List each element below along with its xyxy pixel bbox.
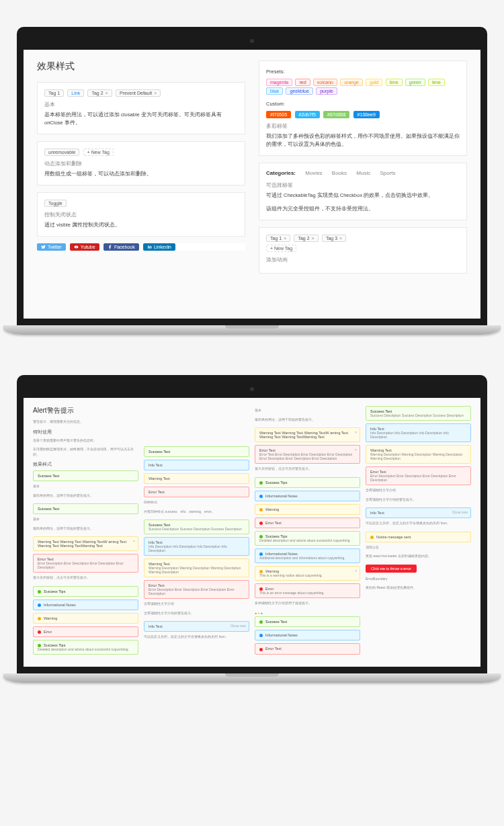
preset-gold[interactable]: gold bbox=[366, 79, 382, 86]
section-colors-title: 多彩标签 bbox=[266, 122, 460, 130]
cat-label: Categories: bbox=[266, 170, 296, 176]
c4-icon-title: 含有辅助性文字介绍 bbox=[366, 488, 471, 493]
c4-suc: Success TextSuccess Description Success … bbox=[366, 406, 471, 421]
laptop-mockup-2: Alert警告提示 警告提示，展现需要关注的信息。 何时使用 当某个页面需要向用… bbox=[17, 375, 487, 683]
cat-movies[interactable]: Movies bbox=[305, 170, 322, 176]
alerts-col-2: Success Text Info Text Warning Text Erro… bbox=[144, 406, 249, 657]
card-colors: Presets: magenta red volcano orange gold… bbox=[259, 60, 467, 156]
card-toggle: Toggle 控制关闭状态 通过 visible 属性控制关闭状态。 bbox=[37, 192, 245, 237]
section-checkable-l2: 该组件为完全受控组件，不支持非受控用法。 bbox=[266, 205, 460, 213]
toggle-button[interactable]: Toggle bbox=[44, 200, 67, 207]
close-icon[interactable]: × bbox=[284, 236, 286, 241]
preset-tags-row: magenta red volcano orange gold lime gre… bbox=[266, 79, 460, 96]
c4-icon-desc: 含有辅助性文字介绍的警告提示。 bbox=[366, 497, 471, 503]
notice-msg: Notice message sent bbox=[366, 532, 471, 542]
c4-warn: Warning TextWarning Description Warning … bbox=[366, 445, 471, 464]
preset-blue[interactable]: blue bbox=[266, 87, 283, 95]
c3-warn: Warning Text Warning Text Warning TextW … bbox=[255, 427, 360, 442]
basic-title2: 基本 bbox=[33, 517, 138, 522]
preset-lime2[interactable]: lime bbox=[428, 79, 445, 86]
throw-error-button[interactable]: Click me to throw a error bbox=[366, 565, 417, 573]
new-tag-button[interactable]: + New Tag bbox=[83, 149, 114, 156]
close-icon[interactable]: × bbox=[106, 91, 108, 95]
section-basic-title: 基本 bbox=[44, 101, 238, 108]
custom-hex-2[interactable]: #87d068 bbox=[323, 111, 349, 118]
linkedin-tag[interactable]: Linkedin bbox=[143, 243, 175, 251]
custom-hex-0[interactable]: #f70505 bbox=[266, 111, 291, 118]
smooth-title: 顶部公告 bbox=[366, 545, 471, 550]
tag-2[interactable]: Tag 2× bbox=[87, 89, 112, 97]
mac-suc: Success Text bbox=[255, 616, 360, 627]
close-icon[interactable]: × bbox=[154, 91, 157, 95]
tag-prevent[interactable]: Prevent Default× bbox=[116, 89, 161, 97]
c4-close-desc: 可以自定义关闭，自定义的文字会替换原先的关闭 Icon。 bbox=[366, 521, 471, 526]
preset-lime[interactable]: lime bbox=[386, 79, 403, 86]
close-icon[interactable]: × bbox=[339, 236, 342, 241]
alert-icon-info: Informational Notes bbox=[33, 600, 138, 610]
close-icon[interactable]: × bbox=[312, 236, 314, 241]
anim-tag1[interactable]: Tag 1× bbox=[266, 235, 290, 242]
section-colors-desc: 我们添加了多种预设色彩的标签样式，用作不同场景使用。如果预设值不能满足你的需求，… bbox=[266, 132, 460, 149]
screen-bezel: 效果样式 Tag 1 Link Tag 2× Prevent Default× … bbox=[17, 27, 487, 325]
preset-geekblue[interactable]: geekblue bbox=[286, 87, 312, 95]
facebook-tag[interactable]: Facebook bbox=[103, 243, 139, 251]
custom-hex-3[interactable]: #108ee9 bbox=[353, 111, 380, 118]
alert4-warn: Warning Text bbox=[144, 473, 249, 484]
c3i-suc2: Success TipsDetailed description and adv… bbox=[255, 531, 360, 546]
card-social: Twitter Yutube Facebook Linkedin bbox=[37, 243, 245, 251]
custom-hex-1[interactable]: #2db7f5 bbox=[295, 111, 320, 118]
section-anim-title: 添加动画 bbox=[266, 256, 460, 263]
c3i-warn2: WarningThis is a warning notice about co… bbox=[255, 566, 360, 581]
camera-dot bbox=[250, 387, 254, 391]
tag-1[interactable]: Tag 1 bbox=[44, 89, 64, 97]
alert-icon-err: Error bbox=[33, 626, 138, 637]
preset-orange[interactable]: orange bbox=[340, 79, 363, 86]
section-dynamic-desc: 用数组生成一组标签，可以动态添加和删除。 bbox=[44, 170, 238, 178]
section-checkable-title: 可选择标签 bbox=[266, 181, 460, 189]
types-desc: 共有四种样式 success、info、warning、error。 bbox=[144, 509, 249, 515]
c4-info: Info TextInfo Description Info Descripti… bbox=[366, 423, 471, 442]
preset-purple[interactable]: purple bbox=[316, 87, 337, 95]
section-dynamic-title: 动态添加和删除 bbox=[44, 160, 238, 167]
alert-closenow: Info TextClose now bbox=[144, 621, 249, 632]
boundary-desc: 友好的 React 错误处理包裹组件。 bbox=[366, 585, 471, 591]
basic-desc: 最简单的用法，适用于简短的警告提示。 bbox=[33, 493, 138, 499]
custom-tags-row: #f70505 #2db7f5 #87d068 #108ee9 bbox=[266, 111, 460, 118]
close-icon[interactable]: × bbox=[355, 448, 357, 452]
anim-tag2[interactable]: Tag 2× bbox=[294, 235, 318, 242]
preset-volcano[interactable]: volcano bbox=[313, 79, 337, 86]
section-basic-desc: 基本标签的用法，可以通过添加 closable 变为可关闭标签。可关闭标签具有 … bbox=[44, 111, 238, 127]
cat-books[interactable]: Books bbox=[332, 170, 347, 176]
preset-red[interactable]: red bbox=[295, 79, 310, 86]
laptop-base bbox=[3, 673, 501, 683]
close-text[interactable]: Close now bbox=[230, 624, 246, 628]
c3-err: Error TextError Text Error Description E… bbox=[255, 445, 360, 464]
twitter-tag[interactable]: Twitter bbox=[37, 243, 66, 251]
c3-basic: 基本 bbox=[255, 408, 360, 413]
close-icon[interactable]: × bbox=[355, 430, 357, 434]
icon-desc: 含有辅助性文字介绍的警告提示。 bbox=[144, 611, 249, 616]
close-icon[interactable]: × bbox=[355, 569, 357, 573]
close-icon[interactable]: × bbox=[133, 539, 135, 543]
alerts-col-3: 基本 最简单的用法，适用于简短的警告提示。 Warning Text Warni… bbox=[255, 406, 360, 657]
anim-tag3[interactable]: Tag 3× bbox=[322, 235, 346, 242]
alertd-warn: Warning TextWarning Description Warning … bbox=[144, 559, 249, 577]
card-dynamic: unremovable + New Tag 动态添加和删除 用数组生成一组标签，… bbox=[37, 141, 245, 185]
alert-warn-long: Warning Text Warning Text Warning TextW … bbox=[33, 536, 138, 551]
c3i-err2: ErrorThis is an error message about copy… bbox=[255, 583, 360, 598]
when2: 非浮层的静态展现形式，始终展现，不会自动消失，用户可以点击关闭。 bbox=[33, 447, 138, 457]
cat-music[interactable]: Music bbox=[356, 170, 370, 176]
style-title: 效果样式 bbox=[33, 461, 138, 468]
preset-green[interactable]: green bbox=[405, 79, 425, 86]
cat-sports[interactable]: Sports bbox=[380, 170, 395, 176]
preset-magenta[interactable]: magenta bbox=[266, 79, 292, 86]
close-text[interactable]: Close now bbox=[452, 510, 468, 514]
c3-basic-desc: 最简单的用法，适用于简短的警告提示。 bbox=[255, 417, 360, 423]
youtube-tag[interactable]: Yutube bbox=[70, 243, 99, 251]
section-toggle-desc: 通过 visible 属性控制关闭状态。 bbox=[44, 221, 238, 229]
tag-unremovable[interactable]: unremovable bbox=[44, 149, 79, 156]
tag-link[interactable]: Link bbox=[67, 89, 84, 97]
anim-new-tag[interactable]: + New Tag bbox=[266, 245, 296, 252]
smooth-desc: 页面 react-hot-loader 会实时编辑页面内容。 bbox=[366, 554, 471, 559]
laptop-mockup-1: 效果样式 Tag 1 Link Tag 2× Prevent Default× … bbox=[17, 27, 487, 335]
